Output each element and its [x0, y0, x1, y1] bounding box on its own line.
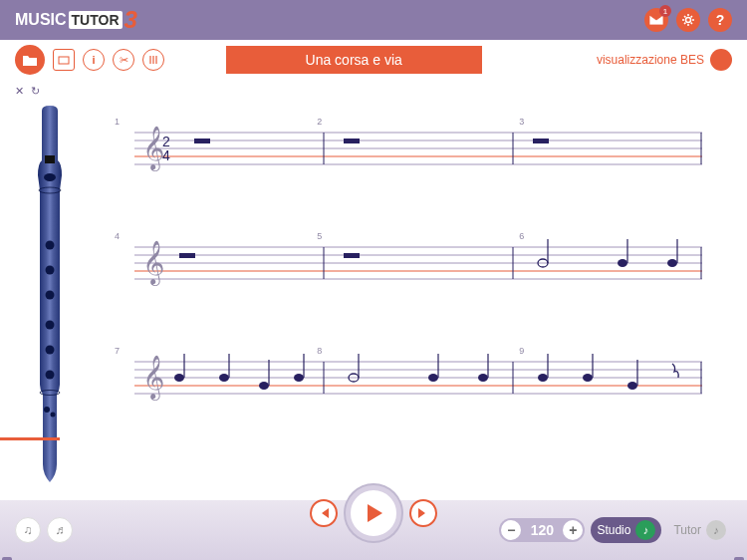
logo-three: 3	[124, 6, 137, 34]
studio-mode-button[interactable]: Studio ♪	[591, 517, 661, 543]
top-icons: 1 ?	[644, 8, 732, 32]
svg-point-4	[45, 241, 54, 250]
view-single-button[interactable]	[53, 49, 75, 71]
mail-badge: 1	[659, 5, 671, 17]
help-icon[interactable]: ?	[708, 8, 732, 32]
bars-button[interactable]	[142, 49, 164, 71]
close-icon[interactable]: ✕	[15, 85, 24, 97]
progress-indicator	[0, 437, 60, 440]
svg-text:4: 4	[162, 147, 170, 163]
audio-track-2-button[interactable]: ♬	[47, 517, 73, 543]
svg-point-58	[259, 382, 269, 390]
instrument-panel	[10, 85, 90, 495]
clip-button[interactable]: ✂	[113, 49, 134, 71]
svg-point-72	[627, 382, 637, 390]
svg-rect-38	[344, 253, 360, 258]
logo-music: MUSIC	[15, 11, 67, 29]
logo: MUSIC TUTOR 3	[15, 6, 137, 34]
score-area: 1 2 3 𝄞 2 4 4 5 6	[90, 85, 732, 495]
tempo-minus-button[interactable]: −	[501, 520, 521, 540]
note-icon: ♪	[706, 520, 726, 540]
bottom-bar: ♫ ♬ − 120 + Studio ♪ Tutor ♪	[0, 500, 747, 560]
svg-point-43	[667, 259, 677, 267]
redo-icon[interactable]: ↻	[31, 85, 40, 97]
bottom-right-controls: − 120 + Studio ♪ Tutor ♪	[499, 517, 732, 543]
staff-3[interactable]: 𝄞	[115, 354, 722, 404]
skip-forward-button[interactable]	[409, 499, 437, 527]
staff-1[interactable]: 𝄞 2 4	[115, 125, 722, 174]
svg-point-11	[50, 413, 55, 418]
svg-point-6	[45, 291, 54, 300]
svg-text:𝄞: 𝄞	[142, 126, 164, 172]
panel-controls: ✕ ↻	[15, 85, 44, 98]
logo-tutor: TUTOR	[69, 11, 123, 29]
svg-point-7	[45, 321, 54, 330]
svg-point-54	[174, 374, 184, 382]
svg-point-8	[45, 346, 54, 355]
svg-point-3	[44, 173, 56, 181]
skip-back-button[interactable]	[310, 499, 338, 527]
audio-track-1-button[interactable]: ♫	[15, 517, 41, 543]
song-title: Una corsa e via	[226, 46, 482, 74]
svg-point-5	[45, 266, 54, 275]
tempo-plus-button[interactable]: +	[563, 520, 583, 540]
svg-text:𝄞: 𝄞	[142, 355, 164, 402]
bes-circle-icon	[710, 49, 732, 71]
svg-point-60	[294, 374, 304, 382]
toolbar: i ✂ Una corsa e via visualizzazione BES	[0, 40, 747, 80]
bes-toggle[interactable]: visualizzazione BES	[597, 49, 732, 71]
svg-rect-26	[344, 139, 360, 143]
svg-rect-27	[533, 139, 549, 143]
svg-point-70	[583, 374, 593, 382]
svg-point-0	[686, 18, 691, 23]
note-icon: ♪	[635, 520, 655, 540]
svg-point-66	[478, 374, 488, 382]
svg-rect-37	[179, 253, 195, 258]
tempo-value: 120	[525, 522, 559, 538]
svg-rect-25	[194, 139, 210, 143]
bottom-left-controls: ♫ ♬	[15, 517, 73, 543]
svg-rect-2	[45, 155, 55, 163]
play-button[interactable]	[346, 485, 401, 541]
staff-2[interactable]: 𝄞	[115, 239, 722, 289]
mail-icon[interactable]: 1	[644, 8, 668, 32]
svg-point-10	[44, 407, 50, 413]
top-bar: MUSIC TUTOR 3 1 ?	[0, 0, 747, 40]
svg-point-9	[45, 371, 54, 380]
tutor-mode-button[interactable]: Tutor ♪	[667, 517, 732, 543]
svg-point-68	[538, 374, 548, 382]
svg-rect-1	[59, 57, 69, 64]
staff-row-3: 7 8 9 𝄞	[115, 354, 722, 404]
recorder-instrument	[28, 106, 73, 484]
svg-point-41	[618, 259, 627, 267]
play-controls	[310, 485, 437, 541]
tempo-control: − 120 +	[499, 518, 585, 542]
svg-point-64	[428, 374, 438, 382]
folder-button[interactable]	[15, 45, 45, 75]
svg-point-56	[219, 374, 229, 382]
svg-text:𝄞: 𝄞	[142, 240, 164, 287]
staff-row-2: 4 5 6 𝄞	[115, 239, 722, 289]
info-button[interactable]: i	[83, 49, 105, 71]
main-area: ✕ ↻	[0, 80, 747, 500]
gear-icon[interactable]	[676, 8, 700, 32]
staff-row-1: 1 2 3 𝄞 2 4	[115, 125, 722, 174]
